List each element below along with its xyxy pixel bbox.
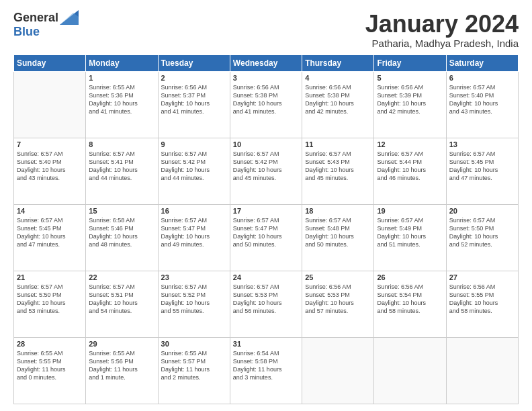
day-number: 22 bbox=[89, 273, 154, 281]
day-content: Sunrise: 6:56 AM Sunset: 5:54 PM Dayligh… bbox=[377, 283, 443, 316]
calendar-table: SundayMondayTuesdayWednesdayThursdayFrid… bbox=[13, 54, 519, 404]
day-content: Sunrise: 6:57 AM Sunset: 5:41 PM Dayligh… bbox=[89, 150, 154, 183]
calendar-cell: 16Sunrise: 6:57 AM Sunset: 5:47 PM Dayli… bbox=[158, 204, 230, 271]
calendar-cell: 2Sunrise: 6:56 AM Sunset: 5:37 PM Daylig… bbox=[158, 71, 230, 138]
day-number: 13 bbox=[449, 140, 515, 148]
calendar-cell: 31Sunrise: 6:54 AM Sunset: 5:58 PM Dayli… bbox=[230, 337, 302, 404]
calendar-cell: 29Sunrise: 6:55 AM Sunset: 5:56 PM Dayli… bbox=[86, 337, 158, 404]
calendar-cell: 24Sunrise: 6:57 AM Sunset: 5:53 PM Dayli… bbox=[230, 271, 302, 337]
calendar-cell: 26Sunrise: 6:56 AM Sunset: 5:54 PM Dayli… bbox=[374, 271, 446, 337]
calendar-cell: 14Sunrise: 6:57 AM Sunset: 5:45 PM Dayli… bbox=[14, 204, 86, 271]
day-number: 19 bbox=[377, 207, 443, 215]
location-title: Patharia, Madhya Pradesh, India bbox=[365, 38, 519, 49]
week-row-4: 21Sunrise: 6:57 AM Sunset: 5:50 PM Dayli… bbox=[14, 271, 519, 337]
month-title: January 2024 bbox=[365, 11, 519, 38]
day-content: Sunrise: 6:57 AM Sunset: 5:47 PM Dayligh… bbox=[161, 216, 227, 249]
week-row-5: 28Sunrise: 6:55 AM Sunset: 5:55 PM Dayli… bbox=[14, 337, 519, 404]
day-number: 12 bbox=[377, 140, 443, 148]
calendar-cell: 9Sunrise: 6:57 AM Sunset: 5:42 PM Daylig… bbox=[158, 138, 230, 204]
day-content: Sunrise: 6:57 AM Sunset: 5:51 PM Dayligh… bbox=[89, 283, 154, 316]
calendar-cell bbox=[446, 337, 518, 404]
weekday-header-sunday: Sunday bbox=[14, 54, 86, 71]
calendar-cell: 1Sunrise: 6:55 AM Sunset: 5:36 PM Daylig… bbox=[86, 71, 158, 138]
day-number: 16 bbox=[161, 207, 227, 215]
logo-icon bbox=[60, 10, 79, 25]
calendar-cell bbox=[302, 337, 374, 404]
calendar-cell: 7Sunrise: 6:57 AM Sunset: 5:40 PM Daylig… bbox=[14, 138, 86, 204]
logo-general-text: General bbox=[13, 11, 58, 25]
day-content: Sunrise: 6:57 AM Sunset: 5:50 PM Dayligh… bbox=[449, 216, 515, 249]
calendar-cell: 8Sunrise: 6:57 AM Sunset: 5:41 PM Daylig… bbox=[86, 138, 158, 204]
weekday-header-friday: Friday bbox=[374, 54, 446, 71]
weekday-header-monday: Monday bbox=[86, 54, 158, 71]
day-content: Sunrise: 6:57 AM Sunset: 5:52 PM Dayligh… bbox=[161, 283, 227, 316]
weekday-header-tuesday: Tuesday bbox=[158, 54, 230, 71]
week-row-3: 14Sunrise: 6:57 AM Sunset: 5:45 PM Dayli… bbox=[14, 204, 519, 271]
day-number: 28 bbox=[17, 340, 83, 348]
calendar-cell: 17Sunrise: 6:57 AM Sunset: 5:47 PM Dayli… bbox=[230, 204, 302, 271]
day-content: Sunrise: 6:57 AM Sunset: 5:53 PM Dayligh… bbox=[233, 283, 299, 316]
day-number: 30 bbox=[161, 340, 227, 348]
calendar-cell: 28Sunrise: 6:55 AM Sunset: 5:55 PM Dayli… bbox=[14, 337, 86, 404]
day-number: 18 bbox=[305, 207, 371, 215]
day-content: Sunrise: 6:56 AM Sunset: 5:37 PM Dayligh… bbox=[161, 83, 227, 116]
weekday-header-wednesday: Wednesday bbox=[230, 54, 302, 71]
logo-blue-text: Blue bbox=[13, 25, 40, 38]
day-content: Sunrise: 6:56 AM Sunset: 5:38 PM Dayligh… bbox=[305, 83, 371, 116]
calendar-cell: 3Sunrise: 6:56 AM Sunset: 5:38 PM Daylig… bbox=[230, 71, 302, 138]
weekday-header-saturday: Saturday bbox=[446, 54, 518, 71]
day-content: Sunrise: 6:57 AM Sunset: 5:40 PM Dayligh… bbox=[449, 83, 515, 116]
day-content: Sunrise: 6:56 AM Sunset: 5:39 PM Dayligh… bbox=[377, 83, 443, 116]
calendar-cell: 6Sunrise: 6:57 AM Sunset: 5:40 PM Daylig… bbox=[446, 71, 518, 138]
day-content: Sunrise: 6:56 AM Sunset: 5:55 PM Dayligh… bbox=[449, 283, 515, 316]
calendar-cell: 10Sunrise: 6:57 AM Sunset: 5:42 PM Dayli… bbox=[230, 138, 302, 204]
day-number: 25 bbox=[305, 273, 371, 281]
day-number: 14 bbox=[17, 207, 83, 215]
calendar-cell: 23Sunrise: 6:57 AM Sunset: 5:52 PM Dayli… bbox=[158, 271, 230, 337]
day-content: Sunrise: 6:55 AM Sunset: 5:56 PM Dayligh… bbox=[89, 349, 154, 382]
day-number: 1 bbox=[89, 74, 154, 82]
day-content: Sunrise: 6:57 AM Sunset: 5:48 PM Dayligh… bbox=[305, 216, 371, 249]
calendar-cell: 11Sunrise: 6:57 AM Sunset: 5:43 PM Dayli… bbox=[302, 138, 374, 204]
day-content: Sunrise: 6:56 AM Sunset: 5:53 PM Dayligh… bbox=[305, 283, 371, 316]
day-content: Sunrise: 6:55 AM Sunset: 5:55 PM Dayligh… bbox=[17, 349, 83, 382]
day-number: 8 bbox=[89, 140, 154, 148]
day-content: Sunrise: 6:54 AM Sunset: 5:58 PM Dayligh… bbox=[233, 349, 299, 382]
day-content: Sunrise: 6:57 AM Sunset: 5:49 PM Dayligh… bbox=[377, 216, 443, 249]
calendar-cell: 13Sunrise: 6:57 AM Sunset: 5:45 PM Dayli… bbox=[446, 138, 518, 204]
day-content: Sunrise: 6:57 AM Sunset: 5:42 PM Dayligh… bbox=[233, 150, 299, 183]
calendar-cell: 12Sunrise: 6:57 AM Sunset: 5:44 PM Dayli… bbox=[374, 138, 446, 204]
day-number: 15 bbox=[89, 207, 154, 215]
day-content: Sunrise: 6:57 AM Sunset: 5:40 PM Dayligh… bbox=[17, 150, 83, 183]
day-content: Sunrise: 6:57 AM Sunset: 5:42 PM Dayligh… bbox=[161, 150, 227, 183]
day-number: 31 bbox=[233, 340, 299, 348]
day-number: 6 bbox=[449, 74, 515, 82]
calendar-cell: 22Sunrise: 6:57 AM Sunset: 5:51 PM Dayli… bbox=[86, 271, 158, 337]
day-content: Sunrise: 6:57 AM Sunset: 5:45 PM Dayligh… bbox=[449, 150, 515, 183]
day-content: Sunrise: 6:58 AM Sunset: 5:46 PM Dayligh… bbox=[89, 216, 154, 249]
week-row-2: 7Sunrise: 6:57 AM Sunset: 5:40 PM Daylig… bbox=[14, 138, 519, 204]
day-number: 4 bbox=[305, 74, 371, 82]
day-number: 2 bbox=[161, 74, 227, 82]
day-number: 26 bbox=[377, 273, 443, 281]
day-content: Sunrise: 6:55 AM Sunset: 5:57 PM Dayligh… bbox=[161, 349, 227, 382]
day-content: Sunrise: 6:55 AM Sunset: 5:36 PM Dayligh… bbox=[89, 83, 154, 116]
day-content: Sunrise: 6:57 AM Sunset: 5:45 PM Dayligh… bbox=[17, 216, 83, 249]
day-number: 5 bbox=[377, 74, 443, 82]
day-content: Sunrise: 6:56 AM Sunset: 5:38 PM Dayligh… bbox=[233, 83, 299, 116]
calendar-cell: 21Sunrise: 6:57 AM Sunset: 5:50 PM Dayli… bbox=[14, 271, 86, 337]
logo: General Blue bbox=[13, 11, 79, 39]
day-content: Sunrise: 6:57 AM Sunset: 5:50 PM Dayligh… bbox=[17, 283, 83, 316]
day-number: 3 bbox=[233, 74, 299, 82]
calendar-cell: 18Sunrise: 6:57 AM Sunset: 5:48 PM Dayli… bbox=[302, 204, 374, 271]
day-number: 9 bbox=[161, 140, 227, 148]
weekday-header-row: SundayMondayTuesdayWednesdayThursdayFrid… bbox=[14, 54, 519, 71]
calendar-cell: 4Sunrise: 6:56 AM Sunset: 5:38 PM Daylig… bbox=[302, 71, 374, 138]
day-number: 11 bbox=[305, 140, 371, 148]
calendar-cell: 30Sunrise: 6:55 AM Sunset: 5:57 PM Dayli… bbox=[158, 337, 230, 404]
weekday-header-thursday: Thursday bbox=[302, 54, 374, 71]
calendar-cell: 19Sunrise: 6:57 AM Sunset: 5:49 PM Dayli… bbox=[374, 204, 446, 271]
calendar-cell bbox=[14, 71, 86, 138]
day-number: 21 bbox=[17, 273, 83, 281]
calendar-cell: 5Sunrise: 6:56 AM Sunset: 5:39 PM Daylig… bbox=[374, 71, 446, 138]
